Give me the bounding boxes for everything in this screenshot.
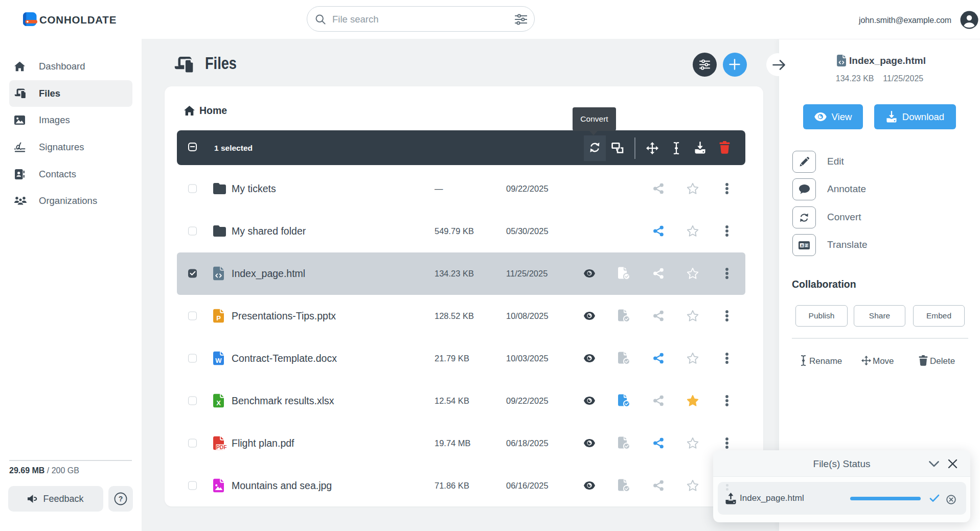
svg-text:PDF: PDF [216, 444, 227, 450]
svg-text:?: ? [119, 495, 123, 503]
svg-text:A: A [801, 243, 804, 247]
svg-text:P: P [216, 314, 221, 322]
svg-text:Z: Z [805, 243, 808, 247]
svg-text:X: X [216, 399, 221, 407]
svg-text:W: W [215, 357, 222, 364]
